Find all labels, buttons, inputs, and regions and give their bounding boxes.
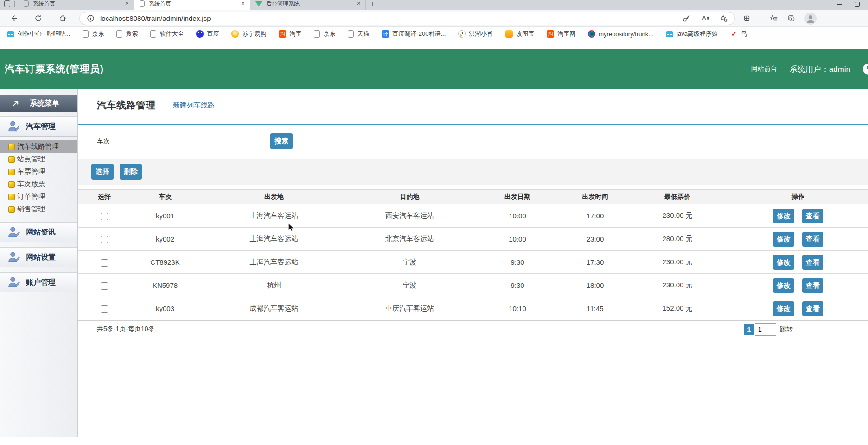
cell-to: 宁波 bbox=[348, 274, 471, 297]
address-bar-icons bbox=[682, 14, 728, 23]
row-checkbox[interactable] bbox=[101, 282, 108, 290]
view-button[interactable]: 查看 bbox=[802, 232, 823, 247]
tab-close-icon[interactable] bbox=[241, 0, 245, 6]
favorites-icon[interactable] bbox=[769, 14, 778, 23]
cell-date: 10:10 bbox=[471, 297, 564, 320]
new-tab-button[interactable] bbox=[370, 0, 374, 7]
browser-tab[interactable]: 后台管理系统 bbox=[250, 0, 366, 10]
extensions-icon[interactable] bbox=[742, 14, 751, 23]
edit-button[interactable]: 修改 bbox=[773, 209, 794, 223]
sidebar-menu-header: 系统菜单 bbox=[0, 95, 77, 112]
submenu-item[interactable]: 站点管理 bbox=[6, 153, 77, 165]
submenu-item[interactable]: 车票管理 bbox=[6, 165, 77, 178]
divider-rule bbox=[78, 124, 868, 125]
bookmark-item[interactable]: java高级程序猿 bbox=[666, 30, 718, 38]
tab-close-icon[interactable] bbox=[357, 0, 361, 6]
bookmark-favicon-icon bbox=[116, 30, 122, 38]
bookmark-item[interactable]: 鸟 bbox=[730, 30, 747, 38]
th-date: 出发日期 bbox=[471, 190, 564, 204]
bookmark-item[interactable]: 软件大全 bbox=[150, 30, 184, 38]
bookmark-item[interactable]: 淘宝 bbox=[279, 30, 301, 38]
menu-arrow-icon bbox=[11, 99, 20, 108]
password-key-icon[interactable] bbox=[682, 14, 691, 23]
delete-button[interactable]: 删除 bbox=[120, 164, 142, 180]
sidebar-section-account[interactable]: 账户管理 bbox=[0, 272, 77, 292]
browser-tab[interactable]: 系统首页 bbox=[134, 0, 250, 10]
bookmark-item[interactable]: 天猫 bbox=[348, 30, 369, 38]
cell-train: CT8923K bbox=[130, 251, 200, 274]
bookmark-item[interactable]: 创作中心 - 哔哩哔... bbox=[7, 30, 70, 38]
sidebar-section-car-management[interactable]: 汽车管理 bbox=[0, 116, 77, 137]
view-button[interactable]: 查看 bbox=[802, 209, 823, 223]
cell-time: 11:45 bbox=[564, 297, 626, 320]
edit-button[interactable]: 修改 bbox=[773, 232, 794, 247]
tab-actions-icon[interactable] bbox=[4, 0, 10, 7]
page-body: 系统菜单 汽车管理 汽车线路管理 站点管理 车票管理 bbox=[0, 89, 868, 445]
bookmark-favicon-icon bbox=[730, 30, 738, 38]
home-button[interactable] bbox=[55, 12, 70, 25]
bookmark-item[interactable]: 搜索 bbox=[116, 30, 138, 38]
row-checkbox[interactable] bbox=[101, 213, 108, 220]
toolbar-divider bbox=[760, 14, 760, 23]
bookmark-item[interactable]: 百度 bbox=[196, 30, 219, 38]
view-button[interactable]: 查看 bbox=[802, 301, 823, 316]
bookmark-item[interactable]: 改图宝 bbox=[505, 30, 534, 38]
bookmark-item[interactable]: 京东 bbox=[83, 30, 104, 38]
search-button[interactable]: 搜索 bbox=[270, 133, 293, 149]
pagination-bar: 共5条-1页-每页10条 1 跳转 bbox=[78, 320, 868, 342]
select-all-button[interactable]: 选择 bbox=[91, 164, 114, 180]
tab-divider bbox=[14, 1, 15, 7]
new-route-link[interactable]: 新建列车线路 bbox=[173, 101, 215, 110]
submenu-item[interactable]: 销售管理 bbox=[6, 203, 77, 216]
submenu-item[interactable]: 订单管理 bbox=[6, 191, 77, 203]
site-front-link[interactable]: 网站前台 bbox=[751, 65, 777, 73]
sidebar-section-site-settings[interactable]: 网站设置 bbox=[0, 247, 77, 267]
train-number-input[interactable] bbox=[112, 134, 261, 149]
edit-button[interactable]: 修改 bbox=[773, 301, 794, 316]
app-header: 汽车订票系统(管理员) 网站前台 系统用户：admin bbox=[0, 49, 868, 89]
main-content: 汽车线路管理 新建列车线路 车次 搜索 选择 删除 选 bbox=[78, 89, 868, 445]
edit-button[interactable]: 修改 bbox=[773, 255, 794, 270]
view-button[interactable]: 查看 bbox=[802, 255, 823, 270]
bookmark-item[interactable]: 京东 bbox=[314, 30, 335, 38]
page-jump-input[interactable] bbox=[755, 323, 776, 336]
table-row: ky002 上海汽车客运站 北京汽车客运站 10:00 23:00 280.00… bbox=[78, 228, 868, 251]
site-info-icon[interactable] bbox=[86, 14, 95, 23]
tab-close-icon[interactable] bbox=[125, 0, 129, 6]
bookmark-label: myrepository/trunk... bbox=[599, 31, 653, 38]
user-avatar-icon[interactable] bbox=[863, 64, 868, 75]
bookmark-item[interactable]: 苏宁易购 bbox=[231, 30, 266, 38]
row-checkbox[interactable] bbox=[101, 259, 108, 267]
edit-button[interactable]: 修改 bbox=[773, 278, 794, 293]
bookmark-label: 洪湖小肖 bbox=[469, 30, 493, 38]
back-button[interactable] bbox=[6, 12, 21, 25]
cell-price: 152.00 元 bbox=[626, 297, 728, 320]
read-aloud-icon[interactable] bbox=[701, 14, 709, 23]
page-jump-link[interactable]: 跳转 bbox=[780, 325, 793, 334]
bookmark-item[interactable]: 淘宝网 bbox=[547, 30, 575, 38]
bookmark-item[interactable]: 洪湖小肖 bbox=[458, 30, 493, 38]
app-header-right: 网站前台 系统用户：admin bbox=[751, 64, 868, 75]
bookmark-item[interactable]: myrepository/trunk... bbox=[588, 30, 653, 38]
tab-label: 系统首页 bbox=[33, 0, 121, 7]
submenu-item[interactable]: 汽车线路管理 bbox=[0, 140, 77, 153]
system-user-label: 系统用户：admin bbox=[790, 64, 850, 75]
view-button[interactable]: 查看 bbox=[802, 278, 823, 293]
page-number-button[interactable]: 1 bbox=[744, 324, 754, 335]
sidebar-section-site-news[interactable]: 网站资讯 bbox=[0, 222, 77, 242]
submenu-item[interactable]: 车次放票 bbox=[6, 178, 77, 191]
collections-icon[interactable] bbox=[787, 14, 796, 23]
restore-icon[interactable] bbox=[855, 2, 860, 7]
refresh-button[interactable] bbox=[30, 12, 46, 25]
add-favorite-icon[interactable] bbox=[719, 14, 728, 23]
cell-time: 23:00 bbox=[564, 228, 626, 251]
cell-time: 17:30 bbox=[564, 251, 626, 274]
row-checkbox[interactable] bbox=[101, 305, 108, 313]
bookmark-favicon-icon bbox=[150, 30, 156, 38]
address-bar[interactable]: localhost:8080/train/admin/index.jsp bbox=[79, 12, 735, 25]
bookmark-item[interactable]: 百度翻译-200种语... bbox=[382, 30, 446, 38]
minimize-icon[interactable] bbox=[837, 4, 842, 5]
row-checkbox[interactable] bbox=[101, 236, 108, 243]
profile-avatar[interactable] bbox=[804, 13, 817, 25]
browser-tab[interactable]: 系统首页 bbox=[18, 0, 134, 10]
